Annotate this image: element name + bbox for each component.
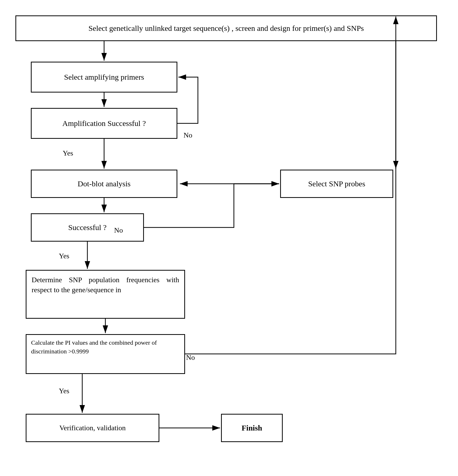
label-no2: No — [113, 226, 124, 234]
box-amplifying-primers: Select amplifying primers — [31, 62, 177, 93]
box-dotblot: Dot-blot analysis — [31, 170, 177, 198]
box-snp-freq: Determine SNP population frequencies wit… — [26, 270, 185, 319]
successful-label: Successful ? — [68, 222, 106, 233]
box-verification: Verification, validation — [26, 414, 159, 442]
box-top-title: Select amplifying primers Select genetic… — [15, 15, 437, 41]
box-successful: Successful ? — [31, 213, 144, 242]
box-amplification-successful: Amplification Successful ? — [31, 108, 177, 139]
box-calc-pi: Calculate the PI values and the combined… — [26, 334, 185, 374]
top-title-text: Select genetically unlinked target seque… — [88, 23, 364, 34]
amplifying-primers-label: Select amplifying primers — [64, 72, 144, 83]
box-finish: Finish — [221, 414, 283, 442]
box-snp-probes: Select SNP probes — [280, 170, 393, 198]
label-no1: No — [182, 131, 193, 139]
verif-label: Verification, validation — [59, 423, 126, 433]
amplification-successful-label: Amplification Successful ? — [62, 118, 146, 129]
snp-probes-label: Select SNP probes — [308, 178, 365, 189]
calc-pi-label: Calculate the PI values and the combined… — [31, 338, 180, 356]
label-yes1: Yes — [62, 149, 74, 157]
finish-label: Finish — [242, 423, 262, 433]
label-yes2: Yes — [58, 252, 70, 260]
snp-freq-label: Determine SNP population frequencies wit… — [32, 275, 179, 295]
label-yes3: Yes — [58, 387, 70, 395]
label-no3: No — [185, 353, 196, 362]
dotblot-label: Dot-blot analysis — [78, 178, 131, 189]
flowchart-diagram: Select amplifying primers Select genetic… — [10, 10, 447, 468]
